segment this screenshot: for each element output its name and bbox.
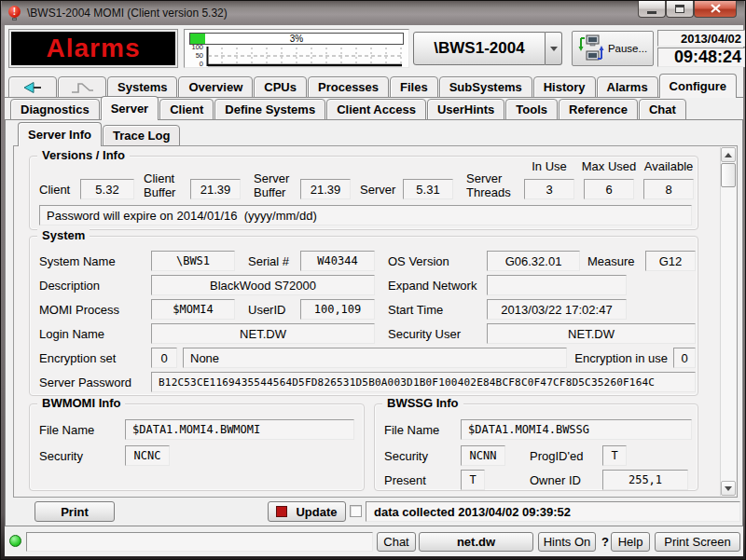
print-button[interactable]: Print <box>35 501 115 522</box>
tab-client[interactable]: Client <box>159 99 214 120</box>
data-collected-field: data collected 2013/04/02 09:39:52 <box>366 501 740 522</box>
server-buffer-label: Server Buffer <box>254 172 297 200</box>
tab-server[interactable]: Server <box>101 96 159 120</box>
server-version-value: 5.31 <box>403 179 453 199</box>
in-use-label: In Use <box>522 160 576 174</box>
description-label: Description <box>39 275 100 295</box>
back-arrow-icon <box>22 81 43 94</box>
update-button[interactable]: Update <box>268 501 346 522</box>
tab-alarms[interactable]: Alarms <box>597 76 658 98</box>
window-title: \BWS1-2004 MOMI (Client version 5.32) <box>27 7 228 20</box>
connection-status-icon <box>9 535 21 547</box>
tab-trace-log[interactable]: Trace Log <box>103 125 180 146</box>
alarms-label: Alarms <box>47 34 141 63</box>
history-sparkline <box>206 46 404 67</box>
alarms-indicator[interactable]: Alarms <box>8 29 178 68</box>
bwmomi-security-label: Security <box>39 445 83 466</box>
tab-files[interactable]: Files <box>390 76 438 98</box>
chat-button[interactable]: Chat <box>377 532 416 552</box>
tab-diagnostics[interactable]: Diagnostics <box>10 99 100 120</box>
encryption-set-name: None <box>183 348 567 368</box>
close-button[interactable] <box>694 1 737 18</box>
busy-percent: 3% <box>190 34 403 44</box>
expand-network-label: Expand Network <box>388 275 477 295</box>
encryption-set-label: Encryption set <box>39 348 116 368</box>
system-selector[interactable]: \BWS1-2004 <box>413 32 562 65</box>
server-password-value: B12C53CE1169435544564D5FD826531D5B0A003D… <box>151 372 696 392</box>
tab-reference[interactable]: Reference <box>559 99 638 120</box>
client-version-value: 5.32 <box>80 179 134 199</box>
momi-process-value: $MOMI4 <box>151 299 235 320</box>
security-user-value: NET.DW <box>487 323 696 344</box>
available-label: Available <box>640 160 698 174</box>
system-legend: System <box>37 228 90 242</box>
system-selector-dropdown-button[interactable] <box>546 32 562 65</box>
system-group: System System Name \BWS1 Serial # W40344… <box>29 236 698 396</box>
tab-back-arrow[interactable] <box>8 76 57 98</box>
bwssg-file-name-value: $DATA1.MOMI4.BWSSG <box>461 419 692 440</box>
measure-label: Measure <box>587 251 635 271</box>
app-alarm-bulb-icon: ! <box>8 5 21 21</box>
client-buffer-value: 21.39 <box>190 179 241 199</box>
tab-subsystems[interactable]: SubSystems <box>439 76 532 98</box>
auto-update-checkbox[interactable] <box>350 505 362 517</box>
print-screen-button[interactable]: Print Screen <box>655 532 740 552</box>
tab-overview[interactable]: Overview <box>178 76 253 98</box>
bwssg-present-value: T <box>461 470 485 490</box>
tab-cpus[interactable]: CPUs <box>254 76 307 98</box>
tab-server-info[interactable]: Server Info <box>18 122 102 146</box>
server-tab-page: Server Info Trace Log Versions / Info Cl… <box>5 119 743 526</box>
help-button[interactable]: Help <box>611 532 650 552</box>
system-selector-value[interactable]: \BWS1-2004 <box>413 32 546 65</box>
update-status-icon <box>276 506 287 517</box>
tick-50: 50 <box>196 51 203 60</box>
scroll-down-icon <box>725 486 732 491</box>
server-info-panel: Versions / Info Client 5.32 Client Buffe… <box>13 145 738 498</box>
start-time-label: Start Time <box>388 299 443 320</box>
tab-processes[interactable]: Processes <box>308 76 389 98</box>
current-time: 09:48:24 <box>657 48 745 67</box>
tab-define-systems[interactable]: Define Systems <box>214 99 325 120</box>
bwmomi-file-name-label: File Name <box>39 419 94 440</box>
content-scrollbar[interactable] <box>720 147 736 496</box>
expand-network-value <box>487 275 627 295</box>
tab-tools[interactable]: Tools <box>505 99 558 120</box>
bwssg-info-group: BWSSG Info File Name $DATA1.MOMI4.BWSSG … <box>374 403 698 491</box>
tab-history[interactable]: History <box>533 76 596 98</box>
tab-client-access[interactable]: Client Access <box>326 99 426 120</box>
maximize-button[interactable] <box>666 1 694 18</box>
tab-trend[interactable] <box>58 76 106 98</box>
login-name-value: NET.DW <box>151 323 375 344</box>
versions-info-group: Versions / Info Client 5.32 Client Buffe… <box>29 156 698 230</box>
bwssg-progid-value: T <box>602 445 627 466</box>
current-date: 2013/04/02 <box>657 30 745 47</box>
versions-info-legend: Versions / Info <box>37 148 130 162</box>
server-threads-label: Server Threads <box>466 172 515 200</box>
bwmomi-security-value: NCNC <box>125 445 170 466</box>
tick-100: 100 <box>191 43 203 51</box>
encryption-set-value: 0 <box>151 348 177 368</box>
server-buffer-value: 21.39 <box>300 179 351 199</box>
scroll-thumb[interactable] <box>721 163 736 187</box>
encryption-in-use-label: Encryption in use <box>571 348 668 368</box>
tab-systems[interactable]: Systems <box>107 76 177 98</box>
bwssg-legend: BWSSG Info <box>382 396 463 410</box>
pause-button[interactable]: Pause... <box>572 31 654 66</box>
session-user-button[interactable]: net.dw <box>419 532 533 552</box>
scroll-down-button[interactable] <box>721 481 736 496</box>
measure-value: G12 <box>645 251 696 271</box>
busy-progressbar: 3% <box>189 33 404 45</box>
bwssg-security-label: Security <box>384 445 428 466</box>
minimize-button[interactable] <box>638 1 666 18</box>
transfer-computers-icon <box>578 34 604 62</box>
userid-label: UserID <box>248 299 285 320</box>
system-name-label: System Name <box>39 251 116 271</box>
tab-chat[interactable]: Chat <box>639 99 686 120</box>
tab-userhints[interactable]: UserHints <box>427 99 504 120</box>
cpu-busy-gauge: 3% 100 50 0 <box>184 29 409 68</box>
hints-toggle-button[interactable]: Hints On <box>538 532 596 552</box>
tab-configure[interactable]: Configure <box>659 74 737 98</box>
scroll-up-icon <box>725 153 732 157</box>
minimize-icon <box>647 11 656 14</box>
scroll-up-button[interactable] <box>721 147 736 162</box>
